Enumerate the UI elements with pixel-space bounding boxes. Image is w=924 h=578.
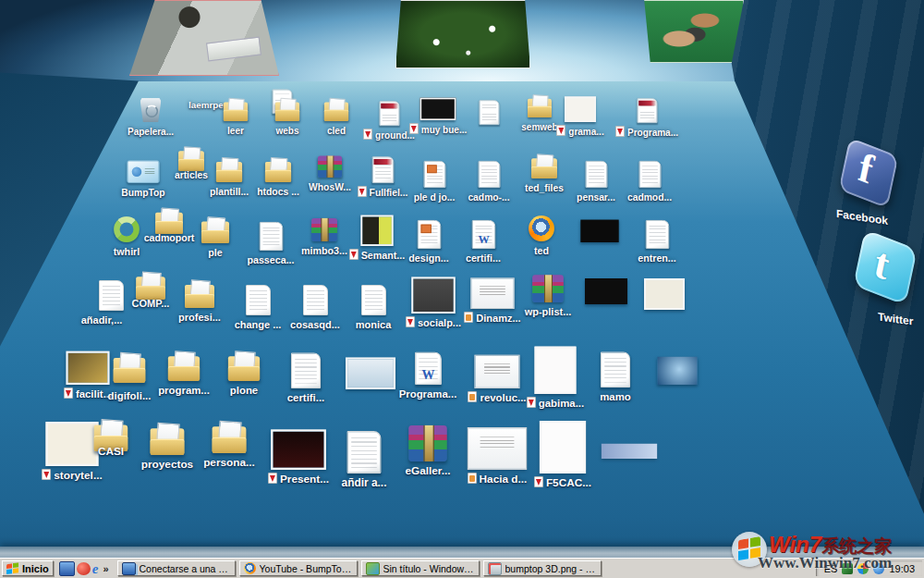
icon-label: entren... xyxy=(638,253,676,264)
desktop-icon-entren[interactable]: entren... xyxy=(620,218,694,265)
icon-label: plone xyxy=(230,386,258,397)
doc-icon xyxy=(347,431,382,473)
desktop-icon-persona[interactable]: persona... xyxy=(192,430,266,470)
thumb-icon xyxy=(602,444,657,459)
taskbar-task-youtube[interactable]: YouTube - BumpTop 3D ... xyxy=(239,560,358,576)
tray-icon-3[interactable] xyxy=(873,563,884,574)
internet-explorer-icon[interactable]: e xyxy=(92,562,99,575)
slide-icon xyxy=(470,277,515,309)
icon-label: eGaller... xyxy=(405,465,450,476)
desktop-icon-certifi[interactable]: certifi... xyxy=(269,355,343,405)
quick-launch: e » xyxy=(55,561,116,576)
icon-label: leer xyxy=(227,127,244,137)
taskbar-task-paint[interactable]: bumptop 3D.png - Paint.... xyxy=(483,560,602,576)
icon-label: webs xyxy=(275,127,298,137)
icon-label: certifi... xyxy=(287,393,325,404)
pdf-badge-icon xyxy=(363,129,372,140)
thumb-icon xyxy=(420,98,456,120)
doc-icon xyxy=(361,285,386,315)
doc-icon xyxy=(303,285,328,315)
icon-label: program... xyxy=(158,386,210,397)
rar-icon xyxy=(311,218,337,241)
rar-icon xyxy=(532,275,564,302)
twitter-glyph: t xyxy=(869,233,894,294)
icon-label: change ... xyxy=(235,320,282,331)
doc-icon xyxy=(246,285,271,315)
pdf-badge-icon xyxy=(534,476,543,487)
doc-icon xyxy=(478,161,500,188)
thumb-icon xyxy=(271,429,326,470)
pdf-badge-icon xyxy=(349,249,359,260)
icon-label: grama... xyxy=(556,125,603,138)
start-button[interactable]: Inicio xyxy=(2,560,54,576)
icon-label: Programa... xyxy=(399,389,457,400)
icon-label: WhosW... xyxy=(309,183,351,193)
icon-label: cosasqd... xyxy=(290,320,340,331)
icon-label: muy bue... xyxy=(409,123,467,136)
ppt-badge-icon xyxy=(464,312,473,323)
icon-label: proyectos xyxy=(141,459,193,470)
pdf-badge-icon xyxy=(268,473,277,484)
desktop-icon-añdir-a[interactable]: añdir a... xyxy=(327,437,401,490)
taskbar-task-live-writer[interactable]: Sin título - Windows Live ... xyxy=(361,560,480,576)
desktop-icon[interactable] xyxy=(640,359,714,385)
bumptop-launcher-icon[interactable] xyxy=(77,562,91,575)
firefox-icon xyxy=(529,215,554,241)
live-writer-icon xyxy=(366,562,380,575)
show-desktop-icon[interactable] xyxy=(59,561,75,576)
desktop-icon-f5cac[interactable]: F5CAC... xyxy=(526,427,600,490)
taskbar-task-network[interactable]: Conectarse a una red xyxy=(117,560,236,576)
taskbar: Inicio e » Conectarse a una red YouTube … xyxy=(0,558,924,578)
pdf-badge-icon xyxy=(42,469,51,480)
icon-label: design... xyxy=(408,253,448,264)
desktop-icon-programa[interactable]: Programa... xyxy=(610,92,684,140)
icon-label: monica xyxy=(356,320,392,331)
paint-icon xyxy=(488,562,502,575)
rar-icon xyxy=(408,425,446,461)
desktop-icon-papelera[interactable]: Papelera... xyxy=(114,92,188,139)
ppt-badge-icon xyxy=(468,473,477,484)
language-indicator[interactable]: ES xyxy=(824,563,838,574)
desktop-icon-grama[interactable]: grama... xyxy=(543,91,617,139)
chevron-more-icon[interactable]: » xyxy=(100,563,111,574)
icon-label: ted xyxy=(534,246,549,256)
doc-icon xyxy=(259,222,282,251)
icon-label: cled xyxy=(327,127,346,137)
desktop-icon[interactable] xyxy=(592,446,666,459)
pdf-badge-icon xyxy=(64,387,73,399)
clock[interactable]: 19:03 xyxy=(889,563,915,574)
doc-icon xyxy=(479,100,499,125)
icon-label: mamo xyxy=(600,392,631,403)
icon-label: cadmod... xyxy=(627,193,672,203)
desktop-icon-cadmod[interactable]: cadmod... xyxy=(613,157,687,204)
icon-label: pensar... xyxy=(577,193,615,203)
tray-icon-2[interactable] xyxy=(857,563,869,574)
icon-label: añdir a... xyxy=(342,477,387,489)
thumb-icon xyxy=(540,421,586,473)
slide-icon xyxy=(468,427,527,470)
pdf-badge-icon xyxy=(409,123,419,134)
desktop-icon-present[interactable]: Present... xyxy=(261,435,335,486)
folder-icon xyxy=(216,162,242,182)
folder-icon xyxy=(224,103,248,122)
desktop-scene[interactable]: Papelera...laemrpe...leerwebscledground.… xyxy=(0,0,924,559)
icon-label: socialp... xyxy=(406,316,461,329)
icon-label: wp-plist... xyxy=(525,307,572,318)
tray-icon-1[interactable] xyxy=(842,563,853,574)
docred-icon xyxy=(379,101,399,126)
desktop-icon-egaller[interactable]: eGaller... xyxy=(391,430,465,478)
icon-label: CASI xyxy=(98,446,124,457)
desktop-icon-hacia-d[interactable]: Hacia d... xyxy=(460,433,534,486)
word-icon xyxy=(471,220,494,249)
desktop-icon-programa[interactable]: Programa... xyxy=(391,354,465,401)
icon-label: ple xyxy=(208,248,222,258)
rar-icon xyxy=(318,156,342,178)
windows-flag-icon xyxy=(6,562,19,575)
firefox-icon xyxy=(244,562,256,574)
docred-icon xyxy=(637,98,657,123)
icon-label: añadir,... xyxy=(81,315,123,326)
icon-label: Programa... xyxy=(615,126,678,139)
task-label: bumptop 3D.png - Paint.... xyxy=(505,563,597,574)
desktop-icon[interactable] xyxy=(627,278,701,310)
doc-icon xyxy=(645,220,668,249)
